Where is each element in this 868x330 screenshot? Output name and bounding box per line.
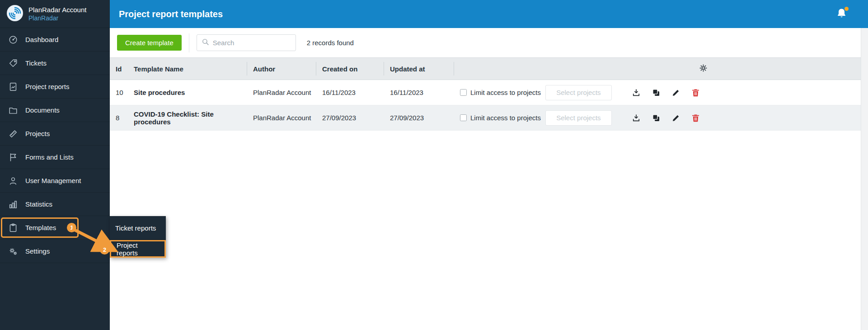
row-updated-at: 27/09/2023: [384, 114, 454, 122]
row-id: 8: [110, 114, 128, 122]
limit-access-control: Limit access to projects: [460, 89, 541, 96]
sidebar-item-projects[interactable]: Projects: [0, 122, 110, 146]
limit-access-checkbox[interactable]: [460, 114, 467, 121]
delete-icon[interactable]: [691, 113, 700, 123]
forms-lists-icon: [7, 152, 19, 162]
download-icon[interactable]: [632, 88, 641, 97]
row-updated-at: 16/11/2023: [384, 89, 454, 96]
table-row: 10 Site procedures PlanRadar Account 16/…: [110, 80, 868, 105]
submenu-item-ticket-reports[interactable]: Ticket reports: [110, 216, 166, 240]
settings-icon: [7, 246, 19, 256]
table-settings-button[interactable]: [454, 58, 716, 80]
templates-icon: [7, 223, 19, 233]
table-settings-icon: [699, 63, 708, 74]
sidebar-item-templates[interactable]: Templates 1: [0, 216, 110, 240]
create-template-button[interactable]: Create template: [117, 35, 182, 51]
sidebar: PlanRadar Account PlanRadar Dashboard Ti…: [0, 0, 110, 330]
header-cell-updated-at[interactable]: Updated at: [384, 58, 454, 80]
sidebar-item-user-management[interactable]: User Management: [0, 169, 110, 193]
account-header[interactable]: PlanRadar Account PlanRadar: [0, 0, 110, 28]
records-found-text: 2 records found: [307, 39, 354, 47]
planradar-logo: [6, 5, 23, 24]
download-icon[interactable]: [632, 113, 641, 123]
main-content: Project report templates Create template…: [110, 0, 868, 330]
sidebar-item-label: Project reports: [25, 83, 70, 90]
sidebar-item-documents[interactable]: Documents: [0, 99, 110, 122]
dashboard-icon: [7, 35, 19, 45]
projects-icon: [7, 129, 19, 139]
toolbar: Create template 2 records found: [110, 28, 868, 57]
row-controls: Limit access to projects Select projects: [454, 85, 716, 100]
sidebar-item-tickets[interactable]: Tickets: [0, 52, 110, 75]
toolbar-divider: [189, 33, 189, 52]
header-cell-created-on[interactable]: Created on: [316, 58, 384, 80]
delete-icon[interactable]: [691, 88, 700, 97]
row-author: PlanRadar Account: [247, 89, 316, 96]
sidebar-item-label: Templates: [25, 224, 56, 231]
row-actions: [632, 88, 700, 97]
header-cell-id[interactable]: Id: [110, 58, 128, 80]
sidebar-item-label: Documents: [25, 106, 60, 114]
sidebar-item-statistics[interactable]: Statistics: [0, 193, 110, 216]
duplicate-icon[interactable]: [652, 113, 661, 123]
templates-table: Id Template Name Author Created on Updat…: [110, 57, 868, 131]
sidebar-item-label: Projects: [25, 130, 50, 137]
page-title: Project report templates: [119, 9, 223, 19]
row-template-name: Site procedures: [128, 89, 247, 96]
notification-dot: [845, 7, 849, 11]
row-created-on: 16/11/2023: [316, 89, 384, 96]
annotation-step-2-badge: 2: [100, 245, 109, 255]
account-title: PlanRadar Account: [28, 5, 86, 14]
sidebar-nav: Dashboard Tickets Project reports Docume…: [0, 28, 110, 263]
page-header: Project report templates: [110, 0, 868, 28]
duplicate-icon[interactable]: [652, 88, 661, 97]
sidebar-item-label: Forms and Lists: [25, 153, 74, 161]
annotation-step-1-badge: 1: [67, 223, 76, 232]
project-reports-icon: [7, 82, 19, 92]
select-projects-button[interactable]: Select projects: [545, 110, 612, 126]
documents-icon: [7, 105, 19, 115]
user-management-icon: [7, 176, 19, 186]
header-cell-template-name[interactable]: Template Name: [128, 58, 247, 80]
limit-access-control: Limit access to projects: [460, 114, 541, 122]
submenu-item-project-reports[interactable]: Project reports: [110, 240, 166, 258]
sidebar-item-project-reports[interactable]: Project reports: [0, 75, 110, 99]
limit-access-label: Limit access to projects: [470, 114, 541, 122]
sidebar-item-label: Tickets: [25, 59, 47, 67]
row-id: 10: [110, 89, 128, 96]
header-cell-author[interactable]: Author: [247, 58, 316, 80]
edit-icon[interactable]: [671, 113, 680, 123]
statistics-icon: [7, 199, 19, 209]
select-projects-button[interactable]: Select projects: [545, 85, 612, 100]
sidebar-item-dashboard[interactable]: Dashboard: [0, 28, 110, 52]
limit-access-label: Limit access to projects: [470, 89, 541, 96]
sidebar-item-label: Dashboard: [25, 36, 58, 43]
sidebar-item-label: User Management: [25, 177, 81, 184]
sidebar-item-forms-and-lists[interactable]: Forms and Lists: [0, 146, 110, 169]
bell-icon: [836, 13, 847, 20]
header-cell-spacer: [716, 58, 868, 80]
scrollbar-track[interactable]: [861, 28, 868, 330]
templates-submenu: Ticket reports Project reports: [110, 216, 166, 258]
limit-access-checkbox[interactable]: [460, 89, 467, 96]
app-root: PlanRadar Account PlanRadar Dashboard Ti…: [0, 0, 868, 330]
row-author: PlanRadar Account: [247, 114, 316, 122]
account-subtitle: PlanRadar: [28, 14, 86, 22]
sidebar-item-settings[interactable]: Settings: [0, 240, 110, 263]
row-controls: Limit access to projects Select projects: [454, 110, 716, 126]
edit-icon[interactable]: [671, 88, 680, 97]
sidebar-item-label: Statistics: [25, 200, 52, 208]
search-input[interactable]: [213, 39, 291, 47]
search-box: [197, 34, 296, 51]
row-actions: [632, 113, 700, 123]
row-created-on: 27/09/2023: [316, 114, 384, 122]
tickets-icon: [7, 58, 19, 68]
notifications-button[interactable]: [836, 8, 847, 21]
row-template-name: COVID-19 Checklist: Site procedures: [128, 110, 247, 126]
table-header-row: Id Template Name Author Created on Updat…: [110, 57, 868, 80]
search-icon: [202, 38, 209, 47]
table-row: 8 COVID-19 Checklist: Site procedures Pl…: [110, 105, 868, 131]
sidebar-item-label: Settings: [25, 247, 50, 255]
